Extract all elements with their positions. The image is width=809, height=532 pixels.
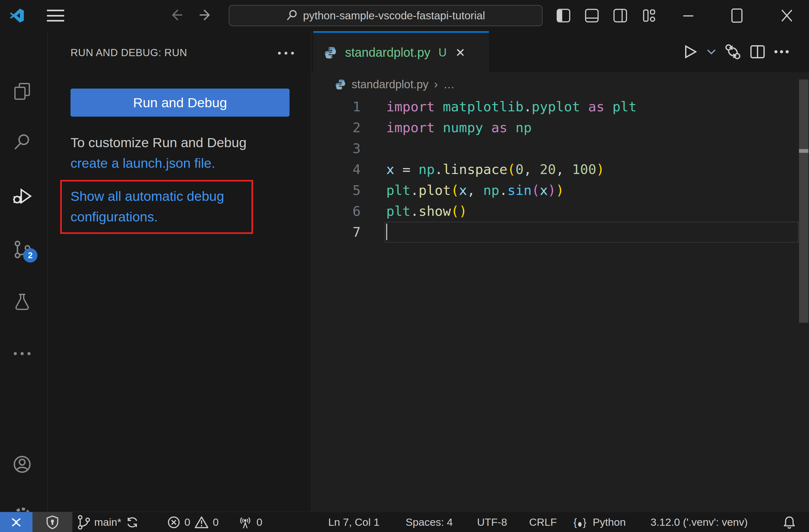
toggle-secondary-sidebar-icon[interactable] [613, 8, 628, 23]
activity-bar: 2 BR [0, 31, 48, 512]
line-number[interactable]: 3 [311, 141, 361, 156]
warnings-icon [194, 515, 209, 529]
sidebar-title: RUN AND DEBUG: RUN [70, 47, 187, 59]
toggle-panel-icon[interactable] [584, 8, 599, 23]
menu-icon[interactable] [47, 10, 64, 21]
line-number[interactable]: 4 [311, 161, 361, 177]
python-file-icon [335, 79, 346, 90]
editor-more-actions-icon[interactable] [774, 49, 789, 54]
maximize-button[interactable] [729, 8, 744, 23]
remote-indicator[interactable] [0, 512, 32, 532]
workspace-trust-badge[interactable] [32, 512, 72, 532]
code-line[interactable]: 4x = np.linspace(0, 20, 100) [311, 159, 809, 180]
editor-scrollbar[interactable] [799, 79, 808, 323]
shield-icon [46, 515, 59, 530]
code-text: plt.show() [386, 203, 467, 219]
editor-toolbar [682, 31, 789, 72]
code-line[interactable]: 1import matplotlib.pyplot as plt [311, 96, 809, 117]
python-file-icon [324, 46, 337, 59]
braces-icon: { [573, 516, 577, 528]
open-changes-icon[interactable] [724, 43, 741, 60]
tab-standardplot[interactable]: standardplot.py U ✕ [313, 31, 489, 72]
code-line[interactable]: 7 [311, 221, 809, 242]
code-text: import matplotlib.pyplot as plt [386, 99, 637, 114]
code-line[interactable]: 6plt.show() [311, 200, 809, 221]
minimize-button[interactable] [681, 8, 696, 23]
indentation-status[interactable]: Spaces: 4 [406, 512, 453, 532]
testing-icon[interactable] [6, 292, 38, 312]
code-line[interactable]: 3 [311, 138, 809, 159]
close-button[interactable] [779, 8, 794, 23]
forward-arrow-icon[interactable] [197, 7, 213, 23]
remote-icon [10, 515, 23, 529]
create-launch-json-link[interactable]: create a launch.json file. [70, 156, 215, 171]
search-view-icon[interactable] [6, 132, 38, 152]
breadcrumb-separator-icon: › [434, 78, 438, 91]
customize-hint-text: To customize Run and Debug create a laun… [70, 132, 246, 173]
sync-icon [125, 515, 139, 530]
ports-status[interactable]: 0 [238, 512, 262, 532]
language-mode-status[interactable]: {} Python [573, 512, 626, 532]
split-editor-icon[interactable] [750, 44, 765, 60]
code-line[interactable]: 2import numpy as np [311, 117, 809, 138]
line-number[interactable]: 1 [311, 99, 361, 114]
customize-layout-icon[interactable] [642, 8, 657, 23]
cursor-position-status[interactable]: Ln 7, Col 1 [328, 512, 379, 532]
radio-tower-icon [238, 515, 253, 530]
explorer-icon[interactable] [6, 82, 38, 101]
git-untracked-indicator: U [439, 46, 447, 59]
breadcrumb-file[interactable]: standardplot.py [351, 78, 428, 91]
encoding-status[interactable]: UTF-8 [477, 512, 507, 532]
back-arrow-icon[interactable] [169, 7, 185, 23]
problems-status[interactable]: 0 0 [167, 512, 219, 532]
search-value: python-sample-vscode-fastapi-tutorial [303, 10, 485, 22]
code-line[interactable]: 5plt.plot(x, np.sin(x)) [311, 180, 809, 200]
run-dropdown-chevron-icon[interactable] [706, 48, 716, 55]
code-text: import numpy as np [386, 120, 532, 135]
ports-count: 0 [256, 516, 262, 528]
branch-name: main* [94, 516, 121, 528]
run-python-file-icon[interactable] [682, 44, 698, 60]
line-number[interactable]: 7 [311, 224, 361, 240]
python-interpreter-status[interactable]: 3.12.0 ('.venv': venv) [651, 512, 748, 532]
language-name: Python [593, 516, 626, 528]
code-text: plt.plot(x, np.sin(x)) [386, 182, 564, 198]
views-more-actions-icon[interactable] [278, 48, 297, 59]
tab-close-icon[interactable]: ✕ [455, 46, 465, 59]
run-and-debug-sidebar: RUN AND DEBUG: RUN Run and Debug To cust… [48, 31, 311, 512]
line-number[interactable]: 2 [311, 120, 361, 135]
more-views-icon[interactable] [6, 344, 38, 363]
notifications-bell[interactable] [782, 512, 796, 532]
run-and-debug-button[interactable]: Run and Debug [70, 89, 290, 117]
git-branch-status[interactable]: main* [77, 512, 139, 532]
tab-filename: standardplot.py [345, 46, 431, 59]
editor-group: standardplot.py U ✕ [311, 31, 809, 512]
braces-icon: } [583, 516, 586, 528]
warnings-count: 0 [213, 516, 219, 528]
command-center-search[interactable]: python-sample-vscode-fastapi-tutorial [229, 5, 543, 26]
status-bar: main* 0 0 [0, 512, 809, 532]
vscode-logo-icon [10, 8, 24, 23]
code-area[interactable]: 1import matplotlib.pyplot as plt2import … [311, 96, 809, 242]
search-icon [286, 10, 298, 21]
title-bar: python-sample-vscode-fastapi-tutorial [0, 0, 809, 32]
scm-badge: 2 [23, 248, 37, 263]
line-number[interactable]: 5 [311, 182, 361, 198]
breadcrumb[interactable]: standardplot.py › … [335, 72, 454, 97]
tab-bar: standardplot.py U ✕ [311, 31, 809, 72]
breadcrumb-symbol-ellipsis[interactable]: … [443, 78, 454, 91]
eol-status[interactable]: CRLF [529, 512, 557, 532]
show-automatic-debug-configurations-link[interactable]: Show all automatic debug configurations. [70, 186, 224, 227]
toggle-primary-sidebar-icon[interactable] [556, 8, 571, 23]
overview-ruler-cursor-marker [799, 149, 808, 153]
line-number[interactable]: 6 [311, 203, 361, 219]
errors-icon [167, 515, 180, 529]
braces-dot [578, 522, 582, 527]
git-branch-icon [77, 515, 90, 530]
vscode-window: python-sample-vscode-fastapi-tutorial [0, 0, 809, 532]
bell-icon [782, 515, 796, 530]
run-and-debug-icon[interactable] [6, 186, 38, 206]
errors-count: 0 [184, 516, 190, 528]
accounts-icon[interactable] [6, 454, 38, 474]
code-text: x = np.linspace(0, 20, 100) [386, 161, 604, 177]
